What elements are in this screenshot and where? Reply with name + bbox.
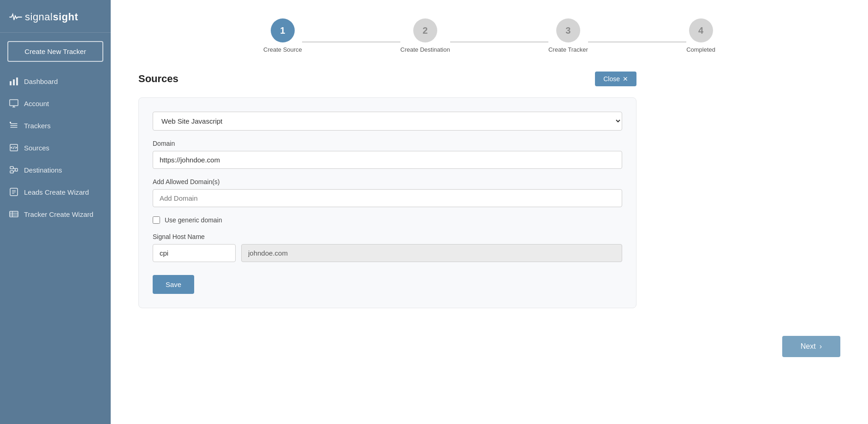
connector-1-2 <box>302 42 400 42</box>
svg-rect-17 <box>10 211 18 217</box>
next-label: Next <box>801 342 816 351</box>
next-button[interactable]: Next › <box>782 336 840 357</box>
chart-icon <box>9 77 18 86</box>
svg-rect-1 <box>13 79 15 85</box>
save-button[interactable]: Save <box>153 275 194 294</box>
sidebar-item-label: Tracker Create Wizard <box>24 210 93 218</box>
create-new-tracker-button[interactable]: Create New Tracker <box>7 41 103 62</box>
form-header: Sources Close ✕ <box>138 72 636 86</box>
sidebar-item-sources[interactable]: Sources <box>0 137 111 159</box>
next-chevron-icon: › <box>820 342 822 351</box>
step-1-label: Create Source <box>263 46 302 53</box>
svg-rect-10 <box>15 168 18 171</box>
source-type-select[interactable]: Web Site Javascript API Mobile <box>153 112 622 131</box>
step-1: 1 Create Source <box>263 18 302 53</box>
generic-domain-checkbox[interactable] <box>153 216 160 224</box>
signal-host-label: Signal Host Name <box>153 233 622 240</box>
domain-group: Domain <box>153 140 622 169</box>
signal-host-domain-input <box>241 244 622 262</box>
sidebar-item-label: Sources <box>24 144 49 152</box>
svg-rect-9 <box>10 171 13 173</box>
step-1-circle: 1 <box>271 18 295 42</box>
close-button[interactable]: Close ✕ <box>595 72 636 86</box>
generic-domain-label: Use generic domain <box>165 216 222 224</box>
trackers-icon <box>9 121 18 130</box>
svg-rect-3 <box>10 100 18 106</box>
connector-3-4 <box>588 42 686 42</box>
sidebar-item-destinations[interactable]: Destinations <box>0 159 111 181</box>
sidebar-nav: Dashboard Account Trackers So <box>0 70 111 225</box>
step-4: 4 Completed <box>686 18 715 53</box>
sidebar-item-tracker-wizard[interactable]: Tracker Create Wizard <box>0 203 111 225</box>
leads-icon <box>9 187 18 197</box>
domain-label: Domain <box>153 140 622 147</box>
step-2: 2 Create Destination <box>400 18 450 53</box>
sidebar-item-label: Leads Create Wizard <box>24 188 89 196</box>
sidebar-item-dashboard[interactable]: Dashboard <box>0 70 111 92</box>
sidebar-item-trackers[interactable]: Trackers <box>0 114 111 137</box>
svg-rect-0 <box>10 81 12 85</box>
close-label: Close <box>603 75 620 83</box>
signal-host-group: Signal Host Name <box>153 233 622 262</box>
tracker-icon <box>9 209 18 219</box>
allowed-domains-group: Add Allowed Domain(s) <box>153 178 622 207</box>
signal-host-prefix-input[interactable] <box>153 244 236 262</box>
form-title: Sources <box>138 73 178 85</box>
connector-2-3 <box>450 42 548 42</box>
svg-rect-8 <box>10 167 13 169</box>
form-container: Sources Close ✕ Web Site Javascript API … <box>111 67 664 327</box>
allowed-domains-label: Add Allowed Domain(s) <box>153 178 622 185</box>
sidebar-item-label: Destinations <box>24 166 62 174</box>
svg-rect-2 <box>16 78 18 85</box>
form-card: Web Site Javascript API Mobile Domain Ad… <box>138 97 636 308</box>
logo-text: signalsight <box>25 11 78 23</box>
allowed-domains-input[interactable] <box>153 189 622 207</box>
step-2-circle: 2 <box>413 18 437 42</box>
step-3-circle: 3 <box>556 18 580 42</box>
logo-area: signalsight <box>0 0 111 33</box>
step-3: 3 Create Tracker <box>548 18 588 53</box>
sources-icon <box>9 143 18 152</box>
signal-host-row <box>153 244 622 262</box>
logo-icon <box>9 12 22 22</box>
main-content: 1 Create Source 2 Create Destination 3 C… <box>111 0 868 424</box>
domain-input[interactable] <box>153 151 622 169</box>
sidebar: signalsight Create New Tracker Dashboard… <box>0 0 111 424</box>
bottom-nav: Next › <box>111 327 868 366</box>
step-2-label: Create Destination <box>400 46 450 53</box>
monitor-icon <box>9 99 18 108</box>
step-4-label: Completed <box>686 46 715 53</box>
wizard-steps: 1 Create Source 2 Create Destination 3 C… <box>111 0 868 67</box>
close-x-icon: ✕ <box>623 75 628 83</box>
steps-row: 1 Create Source 2 Create Destination 3 C… <box>236 18 743 53</box>
destinations-icon <box>9 165 18 174</box>
step-4-circle: 4 <box>689 18 713 42</box>
sidebar-item-label: Dashboard <box>24 78 58 85</box>
source-type-group: Web Site Javascript API Mobile <box>153 112 622 131</box>
sidebar-item-label: Trackers <box>24 122 51 130</box>
generic-domain-row: Use generic domain <box>153 216 622 224</box>
sidebar-item-label: Account <box>24 100 49 107</box>
sidebar-item-account[interactable]: Account <box>0 92 111 114</box>
svg-line-7 <box>13 146 14 149</box>
step-3-label: Create Tracker <box>548 46 588 53</box>
sidebar-item-leads-wizard[interactable]: Leads Create Wizard <box>0 181 111 203</box>
